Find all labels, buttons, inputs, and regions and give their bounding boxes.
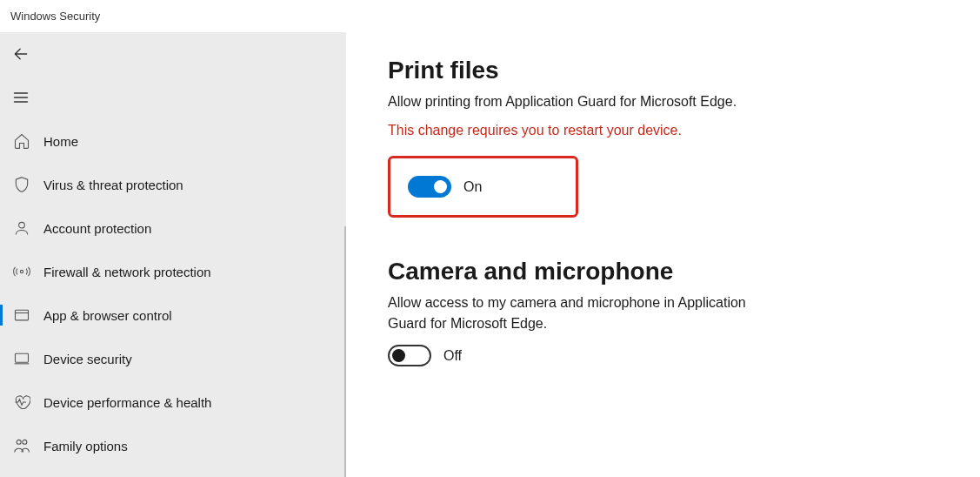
sidebar-item-label: Family options xyxy=(43,439,128,453)
sidebar-item-label: Home xyxy=(43,134,78,149)
section-print-files: Print files Allow printing from Applicat… xyxy=(388,57,938,218)
shield-icon xyxy=(12,175,31,194)
home-icon xyxy=(12,131,31,151)
toggle-thumb xyxy=(392,349,405,362)
sidebar-item-app-browser[interactable]: App & browser control xyxy=(0,293,346,337)
back-arrow-icon xyxy=(12,45,30,63)
window-title: Windows Security xyxy=(10,10,100,23)
sidebar-item-label: Device performance & health xyxy=(43,395,211,410)
account-icon xyxy=(12,218,31,238)
sidebar-item-label: Firewall & network protection xyxy=(43,265,211,279)
sidebar-item-label: Account protection xyxy=(43,221,151,236)
toggle-thumb xyxy=(434,180,447,193)
sidebar-item-label: Virus & threat protection xyxy=(43,178,183,192)
sidebar-item-label: Device security xyxy=(43,352,132,366)
svg-point-5 xyxy=(23,440,27,444)
sidebar-item-virus[interactable]: Virus & threat protection xyxy=(0,163,346,206)
toggle-label: Off xyxy=(443,348,462,364)
toggle-label: On xyxy=(463,179,482,195)
sidebar-item-firewall[interactable]: Firewall & network protection xyxy=(0,250,346,293)
highlight-annotation: On xyxy=(388,156,578,218)
print-files-toggle[interactable] xyxy=(408,176,451,198)
svg-point-0 xyxy=(19,222,25,228)
toggle-row: Off xyxy=(388,345,938,366)
sidebar-item-family[interactable]: Family options xyxy=(0,424,346,467)
sidebar-nav: Home Virus & threat protection Account p… xyxy=(0,119,346,477)
app-icon xyxy=(12,306,31,325)
back-button[interactable] xyxy=(0,32,346,76)
sidebar-item-account[interactable]: Account protection xyxy=(0,206,346,250)
main-content: Print files Allow printing from Applicat… xyxy=(346,32,980,477)
section-title-camera-mic: Camera and microphone xyxy=(388,258,938,286)
device-icon xyxy=(12,349,31,368)
menu-button[interactable] xyxy=(0,76,346,119)
section-camera-microphone: Camera and microphone Allow access to my… xyxy=(388,258,938,366)
hamburger-icon xyxy=(12,89,30,106)
family-icon xyxy=(12,436,31,455)
camera-mic-toggle[interactable] xyxy=(388,345,431,366)
svg-rect-3 xyxy=(16,353,29,362)
sidebar-item-device-health[interactable]: Device performance & health xyxy=(0,380,346,424)
sidebar-item-device-security[interactable]: Device security xyxy=(0,337,346,380)
sidebar: Home Virus & threat protection Account p… xyxy=(0,32,346,477)
svg-point-1 xyxy=(20,270,23,272)
health-icon xyxy=(12,393,31,412)
restart-warning: This change requires you to restart your… xyxy=(388,123,938,138)
section-desc: Allow access to my camera and microphone… xyxy=(388,292,762,334)
section-desc: Allow printing from Application Guard fo… xyxy=(388,91,762,112)
sidebar-item-label: App & browser control xyxy=(43,308,172,323)
sidebar-item-home[interactable]: Home xyxy=(0,119,346,163)
section-title-print-files: Print files xyxy=(388,57,938,84)
svg-point-4 xyxy=(17,440,21,444)
network-icon xyxy=(12,262,31,281)
titlebar: Windows Security xyxy=(0,0,980,32)
svg-rect-2 xyxy=(16,310,29,320)
